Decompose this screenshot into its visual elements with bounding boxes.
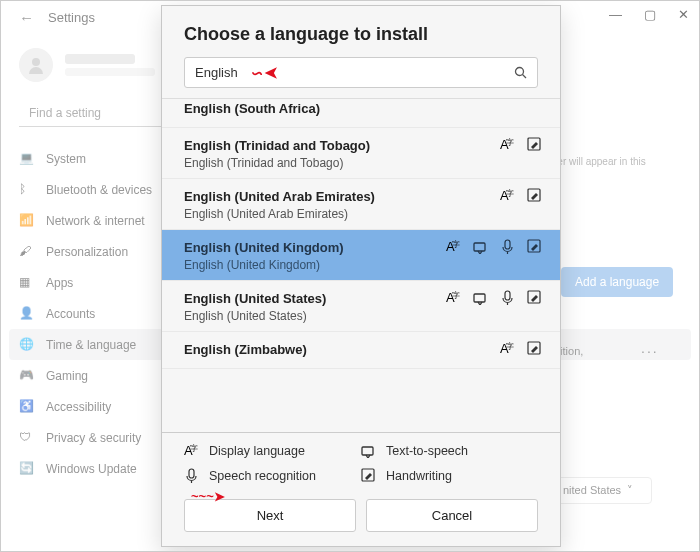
text-to-speech-icon bbox=[361, 443, 376, 458]
handwriting-icon bbox=[527, 188, 542, 203]
user-name-blur bbox=[65, 54, 135, 64]
display-language-icon bbox=[446, 290, 461, 305]
display-language-icon bbox=[500, 137, 515, 152]
handwriting-icon bbox=[527, 290, 542, 305]
display-language-icon bbox=[500, 188, 515, 203]
handwriting-icon bbox=[527, 341, 542, 356]
language-install-dialog: Choose a language to install English (So… bbox=[161, 5, 561, 547]
text-to-speech-icon bbox=[473, 239, 488, 254]
text-to-speech-icon bbox=[473, 290, 488, 305]
list-item[interactable]: English (United States) English (United … bbox=[162, 281, 560, 332]
speech-recognition-icon bbox=[500, 290, 515, 305]
avatar bbox=[19, 48, 53, 82]
maximize-icon: ▢ bbox=[644, 7, 656, 22]
handwriting-icon bbox=[527, 137, 542, 152]
display-language-icon bbox=[446, 239, 461, 254]
language-search-input[interactable] bbox=[195, 65, 514, 80]
speech-recognition-icon bbox=[500, 239, 515, 254]
window-controls: — ▢ ✕ bbox=[609, 7, 689, 22]
display-language-icon bbox=[184, 443, 199, 458]
handwriting-icon bbox=[361, 468, 376, 483]
svg-point-6 bbox=[516, 68, 524, 76]
cancel-button[interactable]: Cancel bbox=[366, 499, 538, 532]
speech-recognition-icon bbox=[184, 468, 199, 483]
next-button[interactable]: Next bbox=[184, 499, 356, 532]
right-dropdown: nited States ˅ bbox=[554, 477, 652, 504]
handwriting-icon bbox=[527, 239, 542, 254]
close-icon: ✕ bbox=[678, 7, 689, 22]
language-search-box[interactable] bbox=[184, 57, 538, 88]
minimize-icon: — bbox=[609, 7, 622, 22]
add-language-button: Add a language bbox=[561, 267, 673, 297]
settings-search-input bbox=[19, 100, 164, 127]
user-sub-blur bbox=[65, 68, 155, 76]
svg-line-7 bbox=[523, 75, 527, 79]
list-item-selected[interactable]: English (United Kingdom) English (United… bbox=[162, 230, 560, 281]
display-language-icon bbox=[500, 341, 515, 356]
more-icon: ··· bbox=[641, 343, 659, 359]
feature-legend: Display language Text-to-speech Speech r… bbox=[162, 432, 560, 489]
svg-point-5 bbox=[32, 58, 40, 66]
back-icon: ← bbox=[19, 9, 34, 26]
list-item[interactable]: English (South Africa) bbox=[162, 99, 560, 128]
right-hint: rer will appear in this bbox=[554, 156, 646, 167]
list-item[interactable]: English (Trinidad and Tobago) English (T… bbox=[162, 128, 560, 179]
list-item[interactable]: English (Zimbabwe) bbox=[162, 332, 560, 369]
window-title: Settings bbox=[48, 10, 95, 25]
search-icon bbox=[514, 66, 527, 79]
dialog-title: Choose a language to install bbox=[162, 6, 560, 57]
list-item[interactable]: English (United Arab Emirates) English (… bbox=[162, 179, 560, 230]
language-list: English (South Africa) English (Trinidad… bbox=[162, 98, 560, 432]
